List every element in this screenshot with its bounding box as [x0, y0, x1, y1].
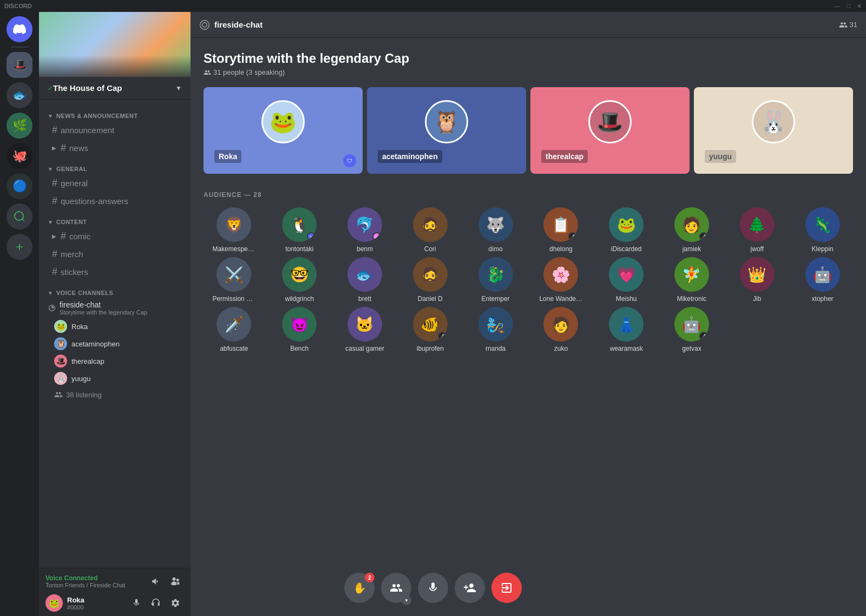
audience-member-name: Daniel D [418, 295, 443, 303]
voice-user-roka[interactable]: 🐸 Roka [39, 318, 191, 335]
audience-member-cori[interactable]: 🧔 Cori [399, 207, 461, 253]
maximize-button[interactable]: □ [847, 3, 850, 10]
audience-member-name: Kleppin [812, 245, 834, 253]
voice-settings-button[interactable] [167, 573, 184, 590]
server-icon-5[interactable]: 🔵 [6, 173, 32, 199]
svg-point-0 [200, 20, 209, 29]
username: Roka [67, 596, 84, 604]
audience-avatar: 🧔 [413, 257, 448, 292]
audience-member-name: dhelong [549, 245, 573, 253]
audience-member-name: brett [358, 295, 371, 303]
add-server-button[interactable]: + [6, 234, 32, 260]
audience-member-name: Cori [424, 245, 436, 253]
audience-avatar: 👑 [740, 257, 775, 292]
member-count: 31 [850, 21, 857, 29]
channel-list: ▼ NEWS & ANNOUNCEMENT # announcement ▶ #… [39, 100, 191, 568]
audience-member-ibuprofen[interactable]: 🐠 🎤 ibuprofen [399, 307, 461, 352]
channel-sidebar: ✓ The House of Cap ▼ ▼ NEWS & ANNOUNCEME… [39, 12, 191, 616]
audience-member-daniel-d[interactable]: 🧔 Daniel D [399, 257, 461, 303]
speaker-card-roka[interactable]: 🐸 Roka 🛡 [204, 87, 363, 174]
audience-member-wildgrinch[interactable]: 🤓 wildgrinch [269, 257, 330, 303]
hash-icon: # [61, 142, 66, 154]
settings-button[interactable] [167, 594, 184, 612]
server-icon-2[interactable]: 🐟 [6, 82, 32, 108]
category-content[interactable]: ▼ CONTENT [39, 210, 191, 227]
speaker-name-acetaminophen: acetaminophen [378, 150, 442, 163]
channel-general[interactable]: # general [43, 174, 186, 192]
audience-avatar: 🐸 [609, 207, 644, 242]
channel-news[interactable]: ▶ # news [43, 139, 186, 157]
channel-stickers[interactable]: # stickers [43, 263, 186, 281]
audience-avatar: 🤓 [282, 257, 317, 292]
audience-member-xtopher[interactable]: 🤖 xtopher [792, 257, 853, 303]
voice-user-therealcap[interactable]: 🎩 therealcap [39, 352, 191, 370]
audience-member-getvax[interactable]: 🤖 🎤 getvax [661, 307, 723, 352]
audience-member-benm[interactable]: 🐬 B benm [334, 207, 396, 253]
add-speaker-button[interactable] [455, 573, 485, 603]
user-avatar[interactable]: 🐸 [45, 594, 63, 612]
channel-announcement[interactable]: # announcement [43, 121, 186, 139]
audience-member-makemespeakrr[interactable]: 🦁 Makemespeakrr [204, 207, 265, 253]
audience-member-miketronic[interactable]: 🧚 Miketronic [661, 257, 723, 303]
speaker-card-acetaminophen[interactable]: 🦉 acetaminophen [367, 87, 526, 174]
audience-avatar: 💗 [609, 257, 644, 292]
app-title: DISCORD [4, 3, 32, 9]
server-icon-houseof cap[interactable]: 🎩 [6, 52, 32, 78]
audience-member-idiscarded[interactable]: 🐸 iDiscarded [596, 207, 657, 253]
channel-merch[interactable]: # merch [43, 245, 186, 263]
audience-member-bench[interactable]: 😈 Bench [269, 307, 330, 352]
server-icon-3[interactable]: 🌿 [6, 113, 32, 139]
voice-user-yuugu[interactable]: 🐰 yuugu [39, 370, 191, 387]
close-button[interactable]: ✕ [857, 3, 862, 10]
audience-member-tontontaki[interactable]: 🐧 N tontontaki [269, 207, 330, 253]
hash-icon: # [52, 195, 57, 207]
channel-comic[interactable]: ▶ # comic [43, 227, 186, 245]
audience-member-rnanda[interactable]: 🧞 rnanda [465, 307, 526, 352]
audience-avatar: 🐱 [347, 307, 382, 342]
audience-member-brett[interactable]: 🐟 brett [334, 257, 396, 303]
speaker-avatar-wrap: 🐸 [261, 100, 305, 143]
mic-toggle-button[interactable] [418, 573, 448, 603]
audience-member-dimo[interactable]: 🐺 dimo [465, 207, 526, 253]
server-name: The House of Cap [53, 83, 122, 93]
server-icon-4[interactable]: 🐙 [6, 143, 32, 169]
audience-member-jamiek[interactable]: 🧑 🎤 jamiek [661, 207, 723, 253]
audience-member-zuko[interactable]: 🧑 zuko [530, 307, 592, 352]
mic-badge: 🎤 [438, 332, 447, 340]
voice-channel-fireside[interactable]: fireside-chat Storytime with the legenda… [39, 298, 191, 318]
voice-activity-button[interactable] [147, 573, 165, 590]
discord-home-button[interactable] [6, 16, 32, 42]
audience-member-lone-wanderer[interactable]: 🌸 Lone Wanderer [530, 257, 592, 303]
audience-member-entemper[interactable]: 🐉 Entemper [465, 257, 526, 303]
raise-hand-button[interactable]: ✋ 2 [344, 573, 375, 603]
audience-member-wearamask[interactable]: 👗 wearamask [596, 307, 657, 352]
server-header[interactable]: ✓ The House of Cap ▼ [39, 77, 191, 100]
mic-button[interactable] [128, 594, 145, 612]
audience-avatar: 🧔 [413, 207, 448, 242]
audience-member-kleppin[interactable]: 🦎 Kleppin [792, 207, 853, 253]
user-avatar: 🦉 [54, 337, 67, 350]
category-general[interactable]: ▼ GENERAL [39, 157, 191, 174]
leave-stage-button[interactable] [491, 573, 522, 603]
audience-member-dhelong[interactable]: 📋 🎤 dhelong [530, 207, 592, 253]
audience-member-meishu[interactable]: 💗 Meishu [596, 257, 657, 303]
search-discovery-button[interactable] [6, 204, 32, 230]
invite-dropdown-icon[interactable]: ▼ [402, 595, 411, 605]
audience-member-name: benm [357, 245, 373, 253]
audience-member-casual-gamer[interactable]: 🐱 casual gamer [334, 307, 396, 352]
audience-member-abfuscate[interactable]: 🗡️ abfuscate [204, 307, 265, 352]
listening-label: 38 listening [66, 391, 102, 399]
audience-avatar: 🤖 🎤 [674, 307, 709, 342]
speaker-card-yuugu[interactable]: 🐰 yuugu [694, 87, 853, 174]
speaker-card-therealcap[interactable]: 🎩 therealcap [530, 87, 690, 174]
channel-questions[interactable]: # questions-answers [43, 192, 186, 210]
category-news[interactable]: ▼ NEWS & ANNOUNCEMENT [39, 104, 191, 121]
minimize-button[interactable]: — [834, 3, 840, 10]
voice-user-acetaminophen[interactable]: 🦉 acetaminophen [39, 335, 191, 352]
headphones-button[interactable] [147, 594, 165, 612]
audience-member-jwoff[interactable]: 🌲 jwoff [726, 207, 788, 253]
audience-member-permission-man[interactable]: ⚔️ Permission Man [204, 257, 265, 303]
audience-member-jib[interactable]: 👑 Jib [726, 257, 788, 303]
audience-avatar: 🐺 [478, 207, 513, 242]
category-voice[interactable]: ▼ VOICE CHANNELS [39, 281, 191, 298]
